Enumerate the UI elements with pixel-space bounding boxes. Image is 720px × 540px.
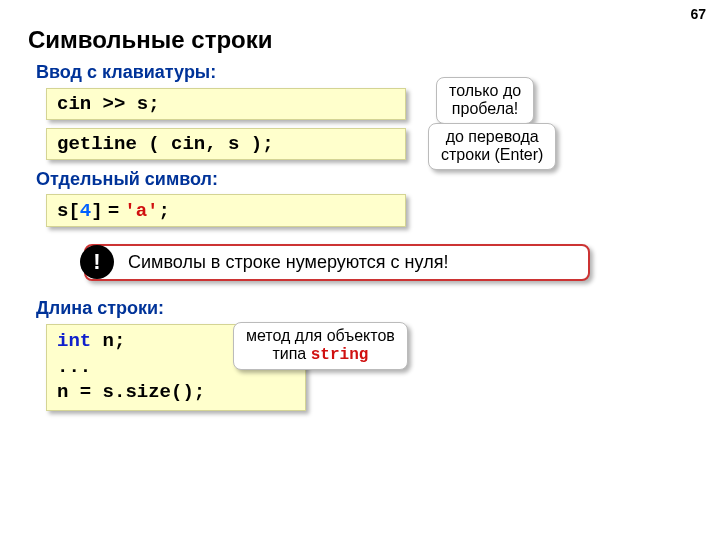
section-char-label: Отдельный символ:	[36, 169, 218, 190]
warn-box: ! Символы в строке нумеруются с нуля!	[84, 244, 590, 281]
code-index-b: ]	[91, 200, 102, 222]
code-getline: getline ( cin, s );	[46, 128, 406, 160]
warn-icon: !	[80, 245, 114, 279]
callout-method: метод для объектов типа string	[233, 322, 408, 370]
warn-text: Символы в строке нумеруются с нуля!	[128, 252, 448, 273]
section-length-label: Длина строки:	[36, 298, 164, 319]
code-index-q: 'a'	[124, 200, 158, 222]
callout-method-kw: string	[311, 346, 369, 364]
slide-title: Символьные строки	[28, 26, 273, 54]
section-input-label: Ввод с клавиатуры:	[36, 62, 216, 83]
kw-int: int	[57, 330, 91, 352]
code-length-rest1: n;	[91, 330, 125, 352]
code-index-idx: 4	[80, 200, 91, 222]
callout-probela: только до пробела!	[436, 77, 534, 124]
code-index-a: s[	[57, 200, 80, 222]
code-index-c: =	[103, 199, 125, 220]
callout-enter: до перевода строки (Enter)	[428, 123, 556, 170]
code-index: s[4] = 'a';	[46, 194, 406, 227]
code-index-d: ;	[159, 200, 170, 222]
page-number: 67	[690, 6, 706, 22]
code-cin: cin >> s;	[46, 88, 406, 120]
code-length-line3: n = s.size();	[57, 380, 295, 406]
